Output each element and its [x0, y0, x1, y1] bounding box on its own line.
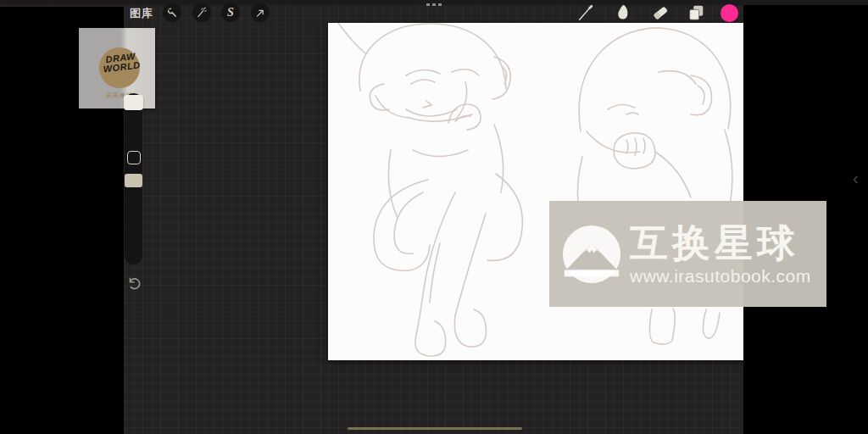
selection-button[interactable]: S — [221, 3, 240, 22]
color-swatch[interactable] — [721, 4, 738, 22]
mountain-icon — [560, 223, 623, 286]
transform-arrow-icon — [254, 7, 266, 19]
layers-icon — [687, 3, 705, 22]
sketch-layer — [328, 23, 743, 360]
sidebar-edge-chevron-icon[interactable]: ‹ — [853, 170, 859, 186]
reference-logo-text: DRAW WORLD — [93, 50, 149, 75]
brush-size-slider-handle[interactable] — [124, 95, 143, 110]
home-indicator[interactable] — [348, 427, 522, 430]
watermark-banner: 互换星球 www.irasutobook.com — [549, 201, 826, 307]
reference-image-panel[interactable]: DRAW WORLD - 画画星球 - — [79, 28, 155, 108]
modify-button[interactable] — [127, 151, 141, 164]
undo-button[interactable] — [125, 275, 143, 293]
actions-button[interactable] — [163, 3, 181, 22]
magic-wand-icon — [196, 7, 208, 19]
paint-tool-button[interactable] — [576, 3, 596, 23]
watermark-brand: 互换星球 — [630, 222, 811, 264]
gallery-button[interactable]: 图库 — [130, 6, 153, 21]
opacity-slider-handle[interactable] — [125, 174, 142, 187]
selection-s-icon: S — [227, 7, 234, 19]
multitask-dots-icon[interactable] — [426, 3, 442, 6]
layers-button[interactable] — [686, 3, 706, 23]
smudge-tool-button[interactable] — [612, 3, 632, 23]
undo-arrow-icon — [126, 276, 142, 292]
drawing-canvas[interactable] — [328, 23, 743, 360]
erase-tool-button[interactable] — [650, 3, 670, 23]
transform-button[interactable] — [251, 3, 270, 22]
eraser-icon — [651, 3, 670, 22]
smudge-finger-icon — [613, 3, 632, 22]
wrench-icon — [166, 7, 178, 19]
sketch-left-character — [338, 23, 522, 356]
paintbrush-icon — [576, 3, 595, 22]
reference-subtitle: - 画画星球 - — [86, 92, 153, 100]
watermark-url: www.irasutobook.com — [630, 266, 811, 287]
adjustments-button[interactable] — [192, 3, 211, 22]
